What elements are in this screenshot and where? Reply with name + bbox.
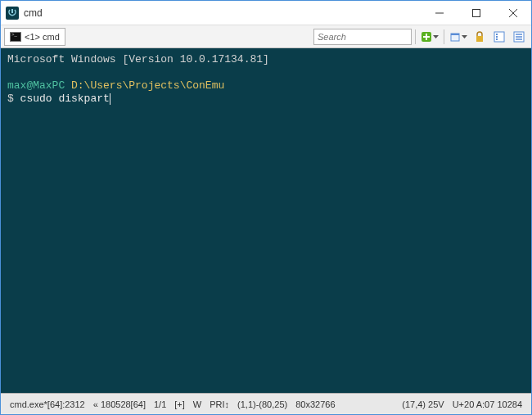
svg-rect-10: [476, 36, 483, 42]
list-view-button[interactable]: [490, 28, 508, 46]
window-title: cmd: [24, 7, 421, 19]
status-range: (1,1)-(80,25): [233, 399, 291, 409]
status-page: 1/1: [150, 399, 170, 409]
minimize-button[interactable]: [421, 1, 458, 25]
status-pri: PRI↕: [205, 399, 233, 409]
new-tab-button[interactable]: [419, 28, 440, 46]
open-button[interactable]: [448, 28, 469, 46]
chevron-down-icon: [462, 35, 467, 38]
terminal-version-line: Microsoft Windows [Version 10.0.17134.81…: [7, 53, 525, 66]
status-plus: [+]: [170, 399, 189, 409]
cmd-icon: [10, 32, 21, 42]
svg-rect-12: [496, 34, 498, 35]
list-icon: [494, 31, 505, 43]
svg-rect-14: [496, 38, 498, 40]
maximize-button[interactable]: [458, 1, 494, 25]
prompt-symbol: $: [7, 92, 20, 105]
toolbar-divider: [444, 29, 444, 44]
terminal-blank-line: [7, 66, 525, 79]
window-controls: [421, 1, 531, 25]
terminal[interactable]: Microsoft Windows [Version 10.0.17134.81…: [1, 48, 531, 393]
lock-button[interactable]: [471, 28, 489, 46]
close-button[interactable]: [494, 1, 531, 25]
status-build: « 180528[64]: [89, 399, 150, 409]
tab-cmd[interactable]: <1> cmd: [4, 28, 65, 46]
svg-rect-0: [11, 9, 13, 13]
svg-rect-13: [496, 36, 498, 38]
prompt-user: max@MaxPC: [7, 79, 65, 92]
tab-label: <1> cmd: [25, 32, 60, 42]
titlebar: cmd: [1, 1, 531, 25]
status-cursor: (17,4) 25V: [398, 399, 448, 409]
terminal-prompt-line: max@MaxPC D:\Users\Projects\ConEmu: [7, 79, 525, 92]
menu-button[interactable]: [510, 28, 528, 46]
tabbar: <1> cmd: [4, 25, 312, 47]
svg-rect-11: [494, 32, 504, 42]
status-mode: W: [189, 399, 205, 409]
svg-rect-9: [451, 34, 459, 35]
status-process: cmd.exe*[64]:2312: [6, 399, 89, 409]
hamburger-icon: [513, 31, 525, 43]
statusbar: cmd.exe*[64]:2312 « 180528[64] 1/1 [+] W…: [1, 393, 531, 414]
svg-rect-2: [472, 9, 480, 16]
terminal-command-line: $ csudo diskpart: [7, 92, 525, 106]
search-input[interactable]: [313, 29, 412, 45]
toolbar: <1> cmd: [1, 25, 531, 48]
status-size: 80x32766: [291, 399, 339, 409]
status-encoding: U+20 A:07 10284: [449, 399, 526, 409]
toolbar-divider: [415, 29, 416, 44]
terminal-command: csudo diskpart: [20, 92, 110, 105]
lock-icon: [475, 31, 485, 43]
app-icon: [6, 7, 19, 20]
text-cursor: [110, 93, 110, 105]
chevron-down-icon: [433, 35, 439, 38]
prompt-path: D:\Users\Projects\ConEmu: [65, 79, 224, 92]
